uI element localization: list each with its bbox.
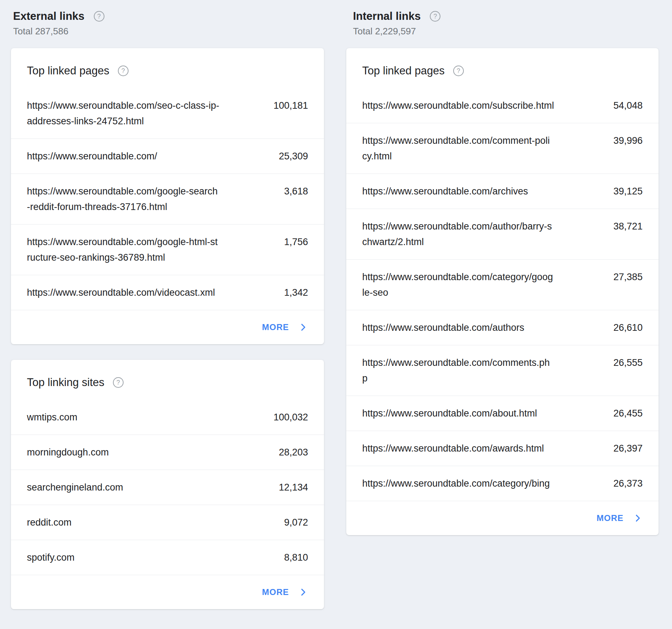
row-value: 26,455 — [600, 406, 643, 421]
more-button[interactable]: MORE — [597, 510, 643, 526]
card-title: Top linked pages — [27, 63, 109, 79]
row-value: 100,032 — [266, 409, 308, 425]
row-url: https://www.seroundtable.com/google-html… — [27, 234, 266, 265]
internal-links-total: Total 2,229,597 — [353, 25, 659, 38]
table-row[interactable]: https://www.seroundtable.com/comments.ph… — [346, 345, 659, 396]
row-url: reddit.com — [27, 515, 266, 530]
row-value: 1,756 — [266, 234, 308, 250]
external-top-linked-pages-rows: https://www.seroundtable.com/seo-c-class… — [11, 88, 324, 310]
row-url: morningdough.com — [27, 444, 266, 460]
row-value: 28,203 — [266, 444, 308, 460]
row-value: 100,181 — [266, 98, 308, 113]
table-row[interactable]: https://www.seroundtable.com/about.html … — [346, 396, 659, 431]
row-url: https://www.seroundtable.com/category/go… — [362, 269, 600, 300]
external-links-heading: External links — [13, 8, 85, 24]
row-value: 26,610 — [600, 320, 643, 335]
row-value: 3,618 — [266, 183, 308, 199]
row-url: https://www.seroundtable.com/subscribe.h… — [362, 98, 600, 113]
more-label: MORE — [262, 584, 289, 600]
row-url: spotify.com — [27, 550, 266, 565]
table-row[interactable]: https://www.seroundtable.com/seo-c-class… — [11, 88, 324, 138]
row-value: 1,342 — [266, 285, 308, 300]
table-row[interactable]: https://www.seroundtable.com/videocast.x… — [11, 275, 324, 310]
help-icon[interactable]: ? — [453, 66, 464, 76]
card-title: Top linked pages — [362, 63, 445, 79]
chevron-right-icon — [298, 322, 308, 332]
internal-top-linked-pages-rows: https://www.seroundtable.com/subscribe.h… — [346, 88, 659, 501]
external-links-header: External links ? Total 287,586 — [11, 8, 324, 38]
table-row[interactable]: reddit.com 9,072 — [11, 505, 324, 540]
help-icon[interactable]: ? — [113, 377, 124, 388]
row-value: 12,134 — [266, 480, 308, 495]
table-row[interactable]: https://www.seroundtable.com/category/go… — [346, 259, 659, 310]
row-value: 25,309 — [266, 148, 308, 164]
table-row[interactable]: spotify.com 8,810 — [11, 540, 324, 575]
row-value: 54,048 — [600, 98, 643, 113]
row-value: 26,397 — [600, 441, 643, 456]
table-row[interactable]: searchengineland.com 12,134 — [11, 470, 324, 505]
internal-links-heading: Internal links — [353, 8, 421, 24]
table-row[interactable]: https://www.seroundtable.com/google-sear… — [11, 174, 324, 224]
row-value: 39,125 — [600, 183, 643, 199]
row-url: https://www.seroundtable.com/archives — [362, 183, 600, 199]
table-row[interactable]: https://www.seroundtable.com/archives 39… — [346, 174, 659, 209]
chevron-right-icon — [298, 587, 308, 597]
row-url: https://www.seroundtable.com/awards.html — [362, 441, 600, 456]
external-top-linked-pages-card: Top linked pages ? https://www.seroundta… — [11, 48, 324, 344]
row-value: 39,996 — [600, 133, 643, 148]
row-url: https://www.seroundtable.com/videocast.x… — [27, 285, 266, 300]
external-links-total: Total 287,586 — [13, 25, 324, 38]
row-url: https://www.seroundtable.com/seo-c-class… — [27, 98, 266, 129]
row-value: 8,810 — [266, 550, 308, 565]
row-url: https://www.seroundtable.com/author/barr… — [362, 219, 600, 250]
row-value: 26,555 — [600, 355, 643, 370]
more-label: MORE — [262, 319, 289, 335]
card-title: Top linking sites — [27, 375, 104, 390]
table-row[interactable]: https://www.seroundtable.com/comment-pol… — [346, 123, 659, 174]
table-row[interactable]: https://www.seroundtable.com/google-html… — [11, 224, 324, 275]
row-url: https://www.seroundtable.com/comment-pol… — [362, 133, 600, 164]
row-value: 9,072 — [266, 515, 308, 530]
row-url: https://www.seroundtable.com/about.html — [362, 406, 600, 421]
help-icon[interactable]: ? — [118, 66, 129, 76]
table-row[interactable]: https://www.seroundtable.com/category/bi… — [346, 466, 659, 501]
row-url: https://www.seroundtable.com/ — [27, 148, 266, 164]
table-row[interactable]: https://www.seroundtable.com/authors 26,… — [346, 310, 659, 345]
row-url: searchengineland.com — [27, 480, 266, 495]
row-url: https://www.seroundtable.com/comments.ph… — [362, 355, 600, 386]
row-url: https://www.seroundtable.com/category/bi… — [362, 476, 600, 491]
chevron-right-icon — [633, 513, 643, 523]
table-row[interactable]: morningdough.com 28,203 — [11, 435, 324, 470]
external-links-column: External links ? Total 287,586 Top linke… — [11, 8, 324, 625]
row-url: https://www.seroundtable.com/authors — [362, 320, 600, 335]
table-row[interactable]: https://www.seroundtable.com/awards.html… — [346, 431, 659, 466]
row-value: 27,385 — [600, 269, 643, 285]
table-row[interactable]: https://www.seroundtable.com/ 25,309 — [11, 138, 324, 174]
external-top-linking-sites-card: Top linking sites ? wmtips.com 100,032 m… — [11, 360, 324, 609]
help-icon[interactable]: ? — [94, 11, 104, 22]
table-row[interactable]: https://www.seroundtable.com/author/barr… — [346, 209, 659, 259]
internal-top-linked-pages-card: Top linked pages ? https://www.seroundta… — [346, 48, 659, 535]
row-url: wmtips.com — [27, 409, 266, 425]
external-top-linking-sites-rows: wmtips.com 100,032 morningdough.com 28,2… — [11, 400, 324, 575]
table-row[interactable]: https://www.seroundtable.com/subscribe.h… — [346, 88, 659, 123]
internal-links-column: Internal links ? Total 2,229,597 Top lin… — [346, 8, 659, 551]
internal-links-header: Internal links ? Total 2,229,597 — [346, 8, 659, 38]
more-button[interactable]: MORE — [262, 584, 308, 600]
row-url: https://www.seroundtable.com/google-sear… — [27, 183, 266, 215]
help-icon[interactable]: ? — [430, 11, 440, 22]
table-row[interactable]: wmtips.com 100,032 — [11, 400, 324, 435]
more-button[interactable]: MORE — [262, 319, 308, 335]
more-label: MORE — [597, 510, 623, 526]
row-value: 38,721 — [600, 219, 643, 234]
row-value: 26,373 — [600, 476, 643, 491]
